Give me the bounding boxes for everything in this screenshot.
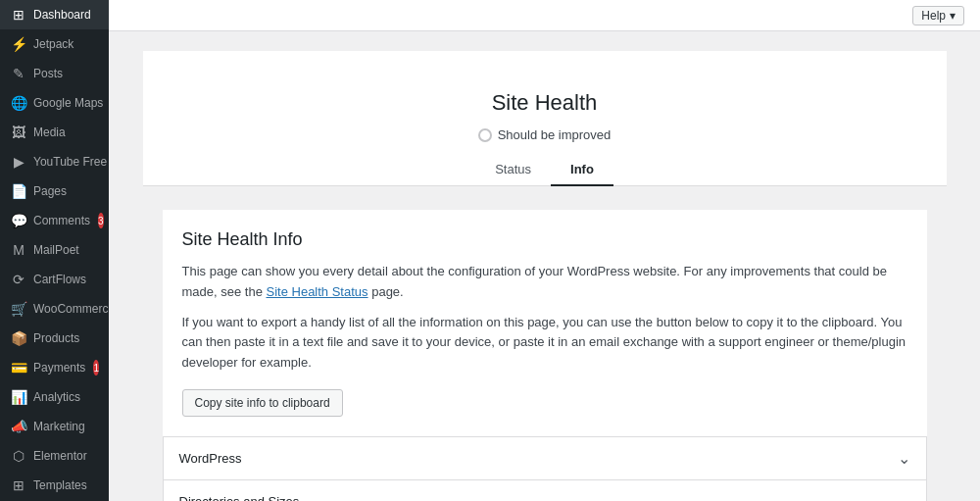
top-inner: Site Health Should be improved bbox=[143, 71, 947, 142]
sidebar-item-label-jetpack: Jetpack bbox=[33, 37, 74, 51]
youtube-free-icon: ▶ bbox=[10, 154, 27, 170]
center-wrapper: Site Health Should be improved Status In… bbox=[143, 51, 947, 501]
status-text: Should be improved bbox=[498, 127, 612, 142]
sidebar-item-label-templates: Templates bbox=[33, 478, 87, 492]
sidebar-item-label-woocommerce: WooCommerce bbox=[33, 302, 109, 316]
chevron-down-icon-0: ⌄ bbox=[898, 449, 910, 468]
elementor-icon: ⬡ bbox=[10, 448, 27, 464]
accordion-label-1: Directories and Sizes bbox=[179, 494, 300, 501]
sidebar-item-label-cartflows: CartFlows bbox=[33, 273, 86, 286]
sidebar-item-templates[interactable]: ⊞Templates bbox=[0, 471, 109, 500]
sidebar-item-dashboard[interactable]: ⊞Dashboard bbox=[0, 0, 109, 29]
chevron-down-icon-1: ⌄ bbox=[898, 492, 910, 501]
products-icon: 📦 bbox=[10, 330, 27, 346]
accordion-item-1[interactable]: Directories and Sizes⌄ bbox=[163, 479, 927, 501]
tabs-row: Status Info bbox=[143, 154, 947, 186]
badge-comments: 3 bbox=[98, 213, 104, 228]
top-section: Site Health Should be improved Status In… bbox=[143, 51, 947, 186]
pages-icon: 📄 bbox=[10, 183, 27, 199]
mailpoet-icon: M bbox=[10, 242, 27, 258]
media-icon: 🖼 bbox=[10, 125, 27, 140]
dashboard-icon: ⊞ bbox=[10, 7, 27, 23]
sidebar-item-posts[interactable]: ✎Posts bbox=[0, 59, 109, 88]
woocommerce-icon: 🛒 bbox=[10, 301, 27, 317]
sidebar-item-label-google-maps: Google Maps bbox=[33, 96, 103, 110]
info-content: Site Health Info This page can show you … bbox=[163, 210, 927, 436]
copy-site-info-button[interactable]: Copy site info to clipboard bbox=[182, 389, 343, 417]
jetpack-icon: ⚡ bbox=[10, 36, 27, 52]
sidebar-item-youtube-free[interactable]: ▶YouTube Free bbox=[0, 147, 109, 176]
sidebar-item-label-elementor: Elementor bbox=[33, 449, 87, 463]
sidebar-item-label-pages: Pages bbox=[33, 184, 67, 198]
sidebar-item-pages[interactable]: 📄Pages bbox=[0, 176, 109, 206]
tab-status[interactable]: Status bbox=[475, 154, 551, 186]
sidebar-item-woocommerce[interactable]: 🛒WooCommerce bbox=[0, 294, 109, 324]
content-area: Site Health Should be improved Status In… bbox=[109, 31, 980, 501]
comments-icon: 💬 bbox=[10, 213, 27, 228]
sidebar-item-label-payments: Payments bbox=[33, 361, 85, 375]
templates-icon: ⊞ bbox=[10, 477, 27, 493]
status-circle-icon bbox=[478, 128, 492, 142]
marketing-icon: 📣 bbox=[10, 419, 27, 434]
sidebar-item-payments[interactable]: 💳Payments1 bbox=[0, 353, 109, 382]
cartflows-icon: ⟳ bbox=[10, 272, 27, 287]
sidebar-item-analytics[interactable]: 📊Analytics bbox=[0, 382, 109, 412]
sidebar-item-label-youtube-free: YouTube Free bbox=[33, 155, 107, 169]
help-arrow-icon: ▾ bbox=[950, 9, 956, 23]
sidebar-item-cartflows[interactable]: ⟳CartFlows bbox=[0, 265, 109, 294]
posts-icon: ✎ bbox=[10, 66, 27, 81]
site-health-status-link[interactable]: Site Health Status bbox=[267, 284, 368, 299]
info-paragraph2: If you want to export a handy list of al… bbox=[182, 313, 907, 374]
page-title: Site Health bbox=[163, 90, 927, 116]
sidebar-item-google-maps[interactable]: 🌐Google Maps bbox=[0, 88, 109, 118]
accordion: WordPress⌄Directories and Sizes⌄Drop-ins… bbox=[163, 436, 927, 501]
payments-icon: 💳 bbox=[10, 360, 27, 376]
help-label: Help bbox=[921, 9, 946, 23]
info-heading: Site Health Info bbox=[182, 229, 907, 250]
sidebar-item-marketing[interactable]: 📣Marketing bbox=[0, 412, 109, 441]
sidebar-item-jetpack[interactable]: ⚡Jetpack bbox=[0, 29, 109, 59]
main-content: Help ▾ Site Health Should be improved St… bbox=[109, 0, 980, 501]
sidebar-item-label-products: Products bbox=[33, 331, 79, 345]
sidebar-item-media[interactable]: 🖼Media bbox=[0, 118, 109, 147]
google-maps-icon: 🌐 bbox=[10, 95, 27, 111]
status-indicator: Should be improved bbox=[163, 127, 927, 142]
topbar: Help ▾ bbox=[109, 0, 980, 31]
sidebar-item-label-media: Media bbox=[33, 125, 66, 139]
gray-section: Site Health Info This page can show you … bbox=[143, 186, 947, 501]
tab-info[interactable]: Info bbox=[551, 154, 613, 186]
accordion-item-0[interactable]: WordPress⌄ bbox=[163, 436, 927, 480]
help-button[interactable]: Help ▾ bbox=[912, 6, 964, 25]
sidebar-item-label-comments: Comments bbox=[33, 214, 90, 227]
sidebar-item-label-posts: Posts bbox=[33, 67, 63, 80]
sidebar-item-elementor[interactable]: ⬡Elementor bbox=[0, 441, 109, 471]
sidebar-item-label-analytics: Analytics bbox=[33, 390, 80, 404]
sidebar-item-products[interactable]: 📦Products bbox=[0, 324, 109, 353]
sidebar-item-mailpoet[interactable]: MMailPoet bbox=[0, 235, 109, 265]
badge-payments: 1 bbox=[93, 360, 99, 376]
accordion-label-0: WordPress bbox=[179, 451, 242, 466]
sidebar-item-label-dashboard: Dashboard bbox=[33, 8, 91, 22]
info-paragraph1: This page can show you every detail abou… bbox=[182, 262, 907, 303]
sidebar-item-label-mailpoet: MailPoet bbox=[33, 243, 79, 257]
sidebar-item-comments[interactable]: 💬Comments3 bbox=[0, 206, 109, 235]
sidebar: ⊞Dashboard⚡Jetpack✎Posts🌐Google Maps🖼Med… bbox=[0, 0, 109, 501]
analytics-icon: 📊 bbox=[10, 389, 27, 405]
sidebar-item-label-marketing: Marketing bbox=[33, 420, 85, 433]
